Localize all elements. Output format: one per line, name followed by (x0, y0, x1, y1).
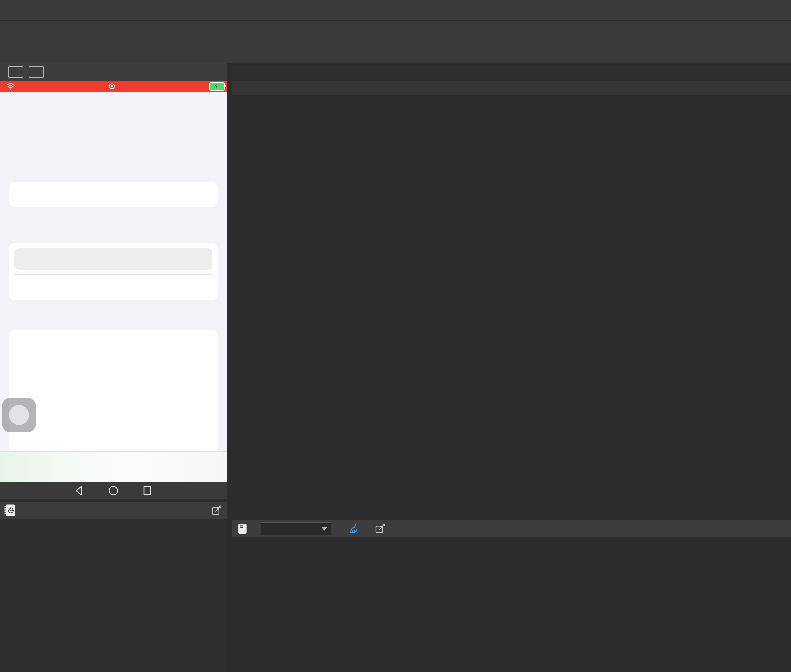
android-nav-bar (0, 482, 227, 499)
device-log-icon (3, 503, 18, 517)
device-connect-header (0, 63, 227, 81)
code-editor[interactable] (232, 97, 791, 520)
zoom-1x-button[interactable] (8, 66, 23, 78)
run-log-expand-icon[interactable] (374, 523, 386, 534)
capture-description (14, 274, 212, 279)
phone-mirror-screen[interactable] (0, 92, 227, 482)
nav-home-icon[interactable] (107, 484, 120, 498)
device-log-header (0, 502, 227, 518)
device-log-list[interactable] (0, 518, 227, 672)
clear-log-broom-icon[interactable] (348, 522, 361, 535)
editor-tab-bar (232, 65, 791, 81)
device-log-expand-icon[interactable] (211, 504, 222, 516)
nav-back-icon[interactable] (73, 484, 86, 498)
phone-tab-bar (0, 451, 227, 482)
run-log-icon (236, 522, 249, 535)
battery-icon (209, 82, 225, 91)
log-filter-dropdown-button[interactable] (318, 522, 331, 535)
log-filter-select[interactable] (260, 522, 318, 535)
run-log-header (232, 520, 791, 537)
assistive-touch-button[interactable] (2, 398, 36, 432)
main-toolbar (0, 21, 791, 63)
record-icon (109, 83, 116, 90)
chevron-down-icon (321, 527, 327, 531)
service-card (9, 330, 217, 461)
menu-bar (0, 0, 791, 21)
ip-address-card[interactable] (9, 181, 217, 207)
capture-segmented-control (14, 248, 212, 270)
run-log-list[interactable] (232, 537, 791, 672)
capture-method-card (9, 243, 217, 300)
editor-toolbar (232, 81, 791, 96)
nav-recent-icon[interactable] (141, 484, 154, 498)
zoom-2x-button[interactable] (29, 66, 44, 78)
phone-status-bar (0, 81, 227, 92)
assistive-touch-inner (9, 405, 29, 425)
